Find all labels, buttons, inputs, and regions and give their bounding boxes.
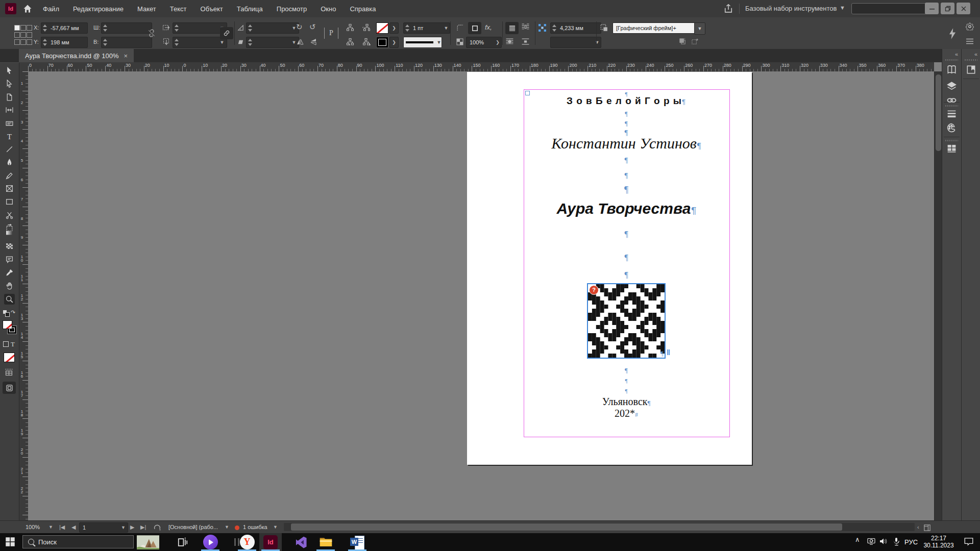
links-panel-icon[interactable] xyxy=(946,95,957,106)
gap-width-field[interactable]: 4,233 мм xyxy=(550,22,601,34)
stroke-color-swatch[interactable] xyxy=(376,37,388,48)
quick-apply-icon[interactable] xyxy=(679,38,688,47)
hand-tool[interactable] xyxy=(4,281,15,291)
restore-button[interactable] xyxy=(941,3,954,14)
dock-grip[interactable] xyxy=(965,59,977,61)
collapse-dock-icon[interactable]: « xyxy=(955,51,958,57)
select-next-object-icon[interactable] xyxy=(346,38,355,47)
stroke-options-button[interactable]: ❯ xyxy=(389,37,399,48)
pen-tool[interactable] xyxy=(4,157,15,168)
action-center-icon[interactable] xyxy=(964,537,974,548)
taskbar-search-box[interactable]: Поиск xyxy=(22,535,134,548)
language-indicator[interactable]: РУС xyxy=(904,538,918,546)
share-icon[interactable] xyxy=(723,4,733,15)
shear-angle-field[interactable]: ▼ xyxy=(246,37,299,48)
ruler-origin-corner[interactable] xyxy=(19,62,29,72)
rectangle-tool[interactable] xyxy=(4,196,15,207)
taskbar-app-indesign[interactable]: Id xyxy=(259,533,282,551)
taskbar-app-widgets-weather[interactable] xyxy=(137,533,159,551)
gap-tool[interactable] xyxy=(4,105,15,115)
vertical-ruler[interactable]: 12345678910111213141516171819202122 xyxy=(19,71,29,520)
taskbar-app-task-view[interactable] xyxy=(172,533,194,551)
stroke-style-dropdown[interactable]: ▼ xyxy=(403,37,442,48)
dock-grip[interactable] xyxy=(945,140,958,141)
flip-vertical-icon[interactable] xyxy=(309,38,318,47)
first-page-button[interactable]: |◀ xyxy=(59,521,65,534)
clear-overrides-icon[interactable] xyxy=(691,38,700,47)
stroke-panel-icon[interactable] xyxy=(946,108,957,119)
close-button[interactable] xyxy=(957,3,970,14)
tablet-mode-icon[interactable] xyxy=(867,537,876,547)
wrap-none-icon[interactable] xyxy=(505,22,519,34)
error-count-value[interactable]: 1 ошибка xyxy=(243,521,267,534)
corner-options-icon[interactable] xyxy=(456,23,465,33)
swatches-panel-icon[interactable] xyxy=(946,122,957,133)
panel-settings-gear-icon[interactable] xyxy=(966,22,975,32)
menu-layout[interactable]: Макет xyxy=(137,5,156,13)
book-series-title-text[interactable]: З о в Б е л о й Г о р ы¶ xyxy=(567,95,686,107)
object-style-dropdown[interactable]: [Графический фрейм]+ xyxy=(612,22,697,34)
next-page-button[interactable]: ▶ xyxy=(130,521,134,534)
volume-icon[interactable] xyxy=(879,537,888,547)
menu-window[interactable]: Окно xyxy=(321,5,336,13)
dock-grip[interactable] xyxy=(945,59,958,61)
home-icon[interactable] xyxy=(22,4,33,14)
collapse-dock-icon[interactable]: « xyxy=(974,51,977,57)
last-page-button[interactable]: ▶| xyxy=(140,521,146,534)
fill-stroke-indicator[interactable] xyxy=(3,320,17,336)
start-button[interactable] xyxy=(5,537,16,548)
content-collector-tool[interactable] xyxy=(4,118,15,129)
taskbar-app-alice-assistant[interactable] xyxy=(199,533,222,551)
text-frame-outport-marker[interactable]: ‖ xyxy=(667,348,670,357)
stroke-weight-field[interactable]: 1 пт▼ xyxy=(403,22,450,34)
missing-link-badge[interactable]: ? xyxy=(589,285,599,295)
taskbar-clock[interactable]: 22:17 30.11.2023 xyxy=(919,535,959,549)
taskbar-app-word[interactable]: W xyxy=(346,533,369,551)
tab-close-icon[interactable]: × xyxy=(124,52,128,60)
taskbar-app-yandex-browser[interactable]: Y xyxy=(236,533,258,551)
app-search-input[interactable] xyxy=(851,3,928,14)
swap-fill-stroke-icon[interactable]: ↷ xyxy=(3,309,16,318)
frame-fitting-icon[interactable] xyxy=(468,22,481,34)
pages-panel-icon[interactable] xyxy=(946,64,957,75)
line-tool[interactable] xyxy=(4,144,15,155)
gradient-swatch-tool[interactable] xyxy=(4,228,15,238)
effects-fx-button[interactable]: fx, xyxy=(485,23,492,31)
vertical-scrollbar[interactable] xyxy=(934,71,942,520)
gradient-feather-tool[interactable] xyxy=(4,241,15,252)
rotate-ccw-icon[interactable]: ↺ xyxy=(309,22,316,32)
adobe-sensei-lightning-icon[interactable] xyxy=(947,28,957,37)
menu-view[interactable]: Просмотр xyxy=(277,5,307,13)
scissors-tool[interactable] xyxy=(4,210,15,220)
preflight-profile-value[interactable]: [Основной] (рабо... xyxy=(168,521,218,534)
horizontal-ruler[interactable]: 0706050403020100102030405060708090100110… xyxy=(28,62,934,72)
ornament-image-frame[interactable]: ? ¶ xyxy=(587,283,666,359)
menu-file[interactable]: Файл xyxy=(43,5,59,13)
rotate-cw-icon[interactable]: ↻ xyxy=(296,22,303,32)
direct-selection-tool[interactable] xyxy=(4,79,15,89)
document-tab[interactable]: Аура Творчества.indd @ 100% × xyxy=(19,49,134,62)
tray-expand-icon[interactable]: ∧ xyxy=(855,536,860,543)
year-text[interactable]: 202*# xyxy=(615,408,638,419)
menu-edit[interactable]: Редактирование xyxy=(73,5,124,13)
vertical-scrollbar-thumb[interactable] xyxy=(936,74,941,151)
scroll-left-arrow-icon[interactable]: ‹ xyxy=(917,521,919,534)
pencil-tool[interactable] xyxy=(4,170,15,181)
scale-y-field[interactable]: ▼ xyxy=(173,37,227,48)
wrap-object-shape-icon[interactable] xyxy=(505,37,514,46)
layers-panel-icon[interactable] xyxy=(946,81,957,91)
flip-horizontal-icon[interactable] xyxy=(296,38,305,47)
menu-table[interactable]: Таблица xyxy=(237,5,263,13)
eyedropper-tool[interactable] xyxy=(4,267,15,278)
taskbar-app-file-explorer[interactable] xyxy=(314,533,337,551)
minimize-button[interactable] xyxy=(925,3,939,14)
selection-tool[interactable] xyxy=(4,65,15,76)
zoom-tool[interactable] xyxy=(4,294,15,305)
fill-none-swatch[interactable] xyxy=(3,320,12,329)
menu-object[interactable]: Объект xyxy=(201,5,223,13)
zoom-level-value[interactable]: 100% xyxy=(26,521,40,534)
previous-page-button[interactable]: ◀ xyxy=(71,521,76,534)
reference-point-proxy[interactable] xyxy=(14,25,31,45)
select-content-icon[interactable] xyxy=(346,23,355,33)
constrain-proportions-link-icon[interactable] xyxy=(220,27,233,39)
